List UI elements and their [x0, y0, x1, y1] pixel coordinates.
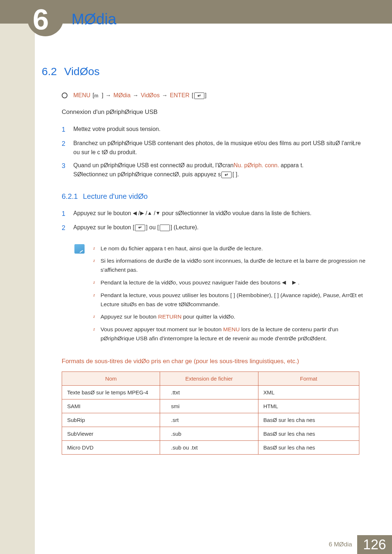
play-icon — [160, 225, 170, 231]
step-number: 2 — [62, 139, 68, 157]
cell: SAMI — [62, 399, 160, 413]
step-number: 3 — [62, 161, 68, 179]
step-text: Appuyez sur le bouton [↵] ou [ ] (Lectur… — [73, 223, 367, 233]
note-icon — [74, 244, 85, 254]
s2b: ] ou [ — [146, 224, 159, 230]
s1b: pour sØlectionner la vidØo voulue dans l… — [160, 210, 311, 216]
s2c: ] (Lecture). — [171, 224, 199, 230]
section-title: VidØos — [64, 65, 100, 78]
step3-after: appara t. — [279, 162, 304, 168]
usb-steps: 1 Mettez votre produit sous tension. 2 B… — [62, 124, 367, 179]
cell: SubRip — [62, 413, 160, 427]
note-item: Appuyez sur le bouton RETURN pour quitte… — [93, 312, 367, 321]
menu-path: MENU [m ] → MØdia → VidØos → ENTER [↵] — [62, 92, 367, 99]
cell: BasØ sur les cha nes — [258, 413, 359, 427]
footer-chapter: 6 MØdia — [329, 541, 352, 548]
note6-txt: Vous pouvez appuyer tout moment sur le b… — [101, 326, 221, 332]
arrow-icon: → — [106, 92, 111, 99]
bullet-icon — [62, 93, 68, 98]
nav-menu-icon: [m ] — [93, 92, 103, 99]
th-ext: Extension de fichier — [160, 372, 258, 385]
step-text: Branchez un pØriphØrique USB contenant d… — [73, 139, 367, 157]
step3-line2b: [ ]. — [232, 171, 239, 177]
note-item: Pendant la lecture, vous pouvez utiliser… — [93, 291, 367, 309]
note5-txt: Appuyez sur le bouton — [101, 313, 156, 320]
left-sidebar-stripe — [0, 0, 35, 554]
play-steps: 1 Appuyez sur le bouton ◀ /▶ /▲ /▼ pour … — [62, 209, 367, 233]
list-item: 2 Branchez un pØriphØrique USB contenant… — [62, 139, 367, 157]
cell: .sub — [160, 427, 258, 440]
page-title: MØdia — [72, 11, 117, 28]
note-block: Le nom du fichier appara t en haut, ains… — [74, 244, 367, 347]
table-row: SubViewer .sub BasØ sur les cha nes — [62, 427, 359, 440]
cell: .ttxt — [160, 385, 258, 399]
note-item: Si les informations de durØe de la vidØo… — [93, 257, 367, 275]
down-icon: ▼ — [155, 210, 160, 216]
subsection-title: Lecture d'une vidØo — [83, 192, 147, 201]
section-number: 6.2 — [42, 65, 57, 78]
footer: 6 MØdia 126 — [247, 535, 392, 554]
cell: HTML — [258, 399, 359, 413]
nav-p2: VidØos — [141, 92, 160, 99]
section-heading: 6.2 VidØos — [42, 65, 367, 78]
subtitle-format-table: Nom Extension de fichier Format Texte ba… — [62, 372, 359, 455]
table-row: Micro DVD .sub ou .txt BasØ sur les cha … — [62, 440, 359, 454]
s1a: Appuyez sur le bouton — [73, 210, 133, 216]
chapter-badge: 6 — [27, 0, 64, 36]
table-row: SAMI smi HTML — [62, 399, 359, 413]
note-item: Vous pouvez appuyer tout moment sur le b… — [93, 325, 367, 343]
cell: .srt — [160, 413, 258, 427]
table-row: Texte basØ sur le temps MPEG-4 .ttxt XML — [62, 385, 359, 399]
arrow-icon: → — [162, 92, 168, 99]
cell: BasØ sur les cha nes — [258, 440, 359, 454]
nav-enter: ENTER — [170, 92, 189, 99]
step3-orange: Nu. pØriph. conn. — [234, 162, 279, 168]
step3-line2a: SØlectionnez un pØriphØrique connectØ, p… — [73, 171, 221, 177]
note-list: Le nom du fichier appara t en haut, ains… — [93, 244, 367, 347]
table-row: SubRip .srt BasØ sur les cha nes — [62, 413, 359, 427]
subsection-number: 6.2.1 — [62, 192, 78, 201]
note-item: Pendant la lecture de la vidØo, vous pou… — [93, 278, 367, 287]
nav-p1: MØdia — [114, 92, 131, 99]
return-label: RETURN — [158, 313, 182, 320]
main-content: 6.2 VidØos MENU [m ] → MØdia → VidØos → … — [42, 65, 367, 455]
step-number: 2 — [62, 223, 68, 233]
list-item: 2 Appuyez sur le bouton [↵] ou [ ] (Lect… — [62, 223, 367, 233]
step-text: Quand un pØriphØrique USB est connectØ a… — [73, 161, 367, 179]
cell: BasØ sur les cha nes — [258, 427, 359, 440]
arrow-icon: → — [133, 92, 139, 99]
note3-tail: . — [296, 279, 299, 286]
th-name: Nom — [62, 372, 160, 385]
s2a: Appuyez sur le bouton [ — [73, 224, 134, 230]
cell: XML — [258, 385, 359, 399]
right-icon: ▶ — [140, 210, 144, 216]
left-icon: ◀ — [133, 210, 137, 216]
enter-icon: [↵] — [192, 92, 207, 99]
table-heading: Formats de sous-titres de vidØo pris en … — [62, 358, 367, 365]
note-item: Le nom du fichier appara t en haut, ains… — [93, 244, 367, 253]
step-text: Appuyez sur le bouton ◀ /▶ /▲ /▼ pour sØ… — [73, 209, 367, 219]
menu-label: MENU — [223, 326, 240, 332]
up-icon: ▲ — [147, 210, 152, 216]
nav-menu: MENU — [73, 92, 90, 99]
note3-txt: Pendant la lecture de la vidØo, vous pou… — [101, 279, 281, 286]
enter-icon: ↵ — [135, 225, 145, 231]
step-text: Mettez votre produit sous tension. — [73, 124, 367, 135]
cell: SubViewer — [62, 427, 160, 440]
step-number: 1 — [62, 209, 68, 219]
enter-icon: ↵ — [221, 172, 232, 178]
page-number: 126 — [357, 535, 392, 554]
list-item: 1 Appuyez sur le bouton ◀ /▶ /▲ /▼ pour … — [62, 209, 367, 219]
left-icon: ◀ — [282, 279, 286, 285]
chapter-number: 6 — [33, 3, 49, 36]
right-icon: ▶ — [292, 279, 296, 285]
note5-tail: pour quitter la vidØo. — [181, 313, 235, 320]
table-header-row: Nom Extension de fichier Format — [62, 372, 359, 385]
cell: Micro DVD — [62, 440, 160, 454]
usb-heading: Connexion d'un pØriphØrique USB — [62, 108, 367, 116]
list-item: 3 Quand un pØriphØrique USB est connectØ… — [62, 161, 367, 179]
step-number: 1 — [62, 124, 68, 135]
cell: smi — [160, 399, 258, 413]
subsection-heading: 6.2.1 Lecture d'une vidØo — [62, 192, 367, 201]
cell: Texte basØ sur le temps MPEG-4 — [62, 385, 160, 399]
